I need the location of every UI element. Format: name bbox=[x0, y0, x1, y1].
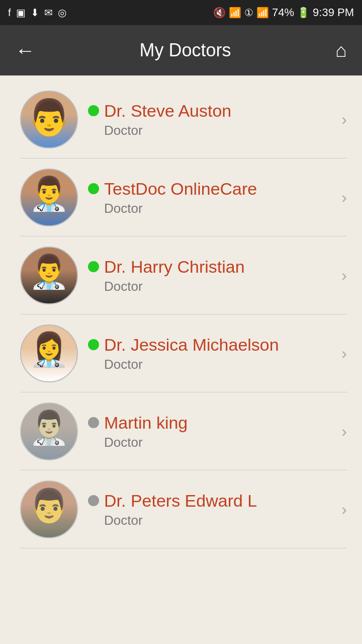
list-item[interactable]: Dr. Peters Edward LDoctor› bbox=[0, 470, 362, 548]
doctor-name-row: Dr. Peters Edward L bbox=[88, 491, 336, 511]
doctor-role: Doctor bbox=[88, 279, 336, 294]
doctor-role: Doctor bbox=[88, 123, 336, 138]
status-dot bbox=[88, 105, 99, 116]
doctor-info: Dr. Steve AustonDoctor bbox=[78, 101, 336, 139]
doctor-name-row: TestDoc OnlineCare bbox=[88, 179, 336, 199]
doctor-role: Doctor bbox=[88, 513, 336, 528]
doctor-info: Dr. Peters Edward LDoctor bbox=[78, 491, 336, 529]
battery-icon: 🔋 bbox=[297, 7, 310, 19]
doctor-name-row: Dr. Jessica Michaelson bbox=[88, 335, 336, 355]
doctor-name-row: Dr. Harry Christian bbox=[88, 257, 336, 277]
doctor-info: Martin kingDoctor bbox=[78, 413, 336, 451]
avatar bbox=[20, 247, 78, 304]
instagram-icon: ◎ bbox=[58, 7, 66, 19]
chevron-right-icon: › bbox=[341, 266, 347, 285]
list-item[interactable]: Martin kingDoctor› bbox=[0, 392, 362, 470]
download-icon: ⬇ bbox=[31, 7, 39, 19]
facebook-icon: f bbox=[8, 7, 11, 19]
home-button[interactable]: ⌂ bbox=[335, 40, 347, 61]
status-bar: f ▣ ⬇ ✉ ◎ 🔇 📶 ① 📶 74% 🔋 9:39 PM bbox=[0, 0, 362, 25]
chevron-right-icon: › bbox=[341, 500, 347, 519]
nav-bar: ← My Doctors ⌂ bbox=[0, 25, 362, 75]
chevron-right-icon: › bbox=[341, 110, 347, 129]
list-item[interactable]: Dr. Steve AustonDoctor› bbox=[0, 80, 362, 158]
doctor-info: TestDoc OnlineCareDoctor bbox=[78, 179, 336, 217]
status-dot bbox=[88, 183, 99, 194]
doctor-role: Doctor bbox=[88, 435, 336, 450]
doctor-name: TestDoc OnlineCare bbox=[104, 179, 257, 199]
chevron-right-icon: › bbox=[341, 344, 347, 363]
doctor-name: Dr. Steve Auston bbox=[104, 101, 231, 121]
doctor-name: Dr. Jessica Michaelson bbox=[104, 335, 279, 355]
doctor-name-row: Dr. Steve Auston bbox=[88, 101, 336, 121]
chevron-right-icon: › bbox=[341, 422, 347, 441]
list-item[interactable]: Dr. Jessica MichaelsonDoctor› bbox=[0, 314, 362, 392]
doctor-list: Dr. Steve AustonDoctor›TestDoc OnlineCar… bbox=[0, 75, 362, 553]
status-bar-icons: f ▣ ⬇ ✉ ◎ bbox=[8, 7, 66, 19]
signal-icon: 📶 bbox=[256, 7, 269, 19]
avatar bbox=[20, 325, 78, 382]
avatar bbox=[20, 169, 78, 226]
page-title: My Doctors bbox=[140, 40, 231, 61]
doctor-info: Dr. Jessica MichaelsonDoctor bbox=[78, 335, 336, 373]
status-dot bbox=[88, 417, 99, 428]
mail-icon: ✉ bbox=[44, 7, 53, 19]
sim-icon: ① bbox=[244, 7, 253, 19]
status-time: 9:39 PM bbox=[313, 6, 354, 19]
avatar bbox=[20, 91, 78, 148]
status-dot bbox=[88, 339, 99, 350]
doctor-name-row: Martin king bbox=[88, 413, 336, 433]
status-bar-right: 🔇 📶 ① 📶 74% 🔋 9:39 PM bbox=[213, 6, 354, 19]
doctor-name: Dr. Peters Edward L bbox=[104, 491, 257, 511]
doctor-name: Dr. Harry Christian bbox=[104, 257, 245, 277]
chevron-right-icon: › bbox=[341, 188, 347, 207]
mute-icon: 🔇 bbox=[213, 7, 226, 19]
avatar bbox=[20, 403, 78, 460]
doctor-role: Doctor bbox=[88, 201, 336, 216]
back-button[interactable]: ← bbox=[15, 40, 35, 60]
avatar bbox=[20, 480, 78, 538]
battery-text: 74% bbox=[272, 6, 294, 19]
image-icon: ▣ bbox=[16, 7, 26, 19]
list-item[interactable]: TestDoc OnlineCareDoctor› bbox=[0, 158, 362, 236]
doctor-role: Doctor bbox=[88, 357, 336, 372]
list-item[interactable]: Dr. Harry ChristianDoctor› bbox=[0, 236, 362, 314]
status-dot bbox=[88, 261, 99, 272]
wifi-icon: 📶 bbox=[229, 7, 241, 19]
doctor-info: Dr. Harry ChristianDoctor bbox=[78, 257, 336, 295]
status-dot bbox=[88, 495, 99, 506]
doctor-name: Martin king bbox=[104, 413, 188, 433]
